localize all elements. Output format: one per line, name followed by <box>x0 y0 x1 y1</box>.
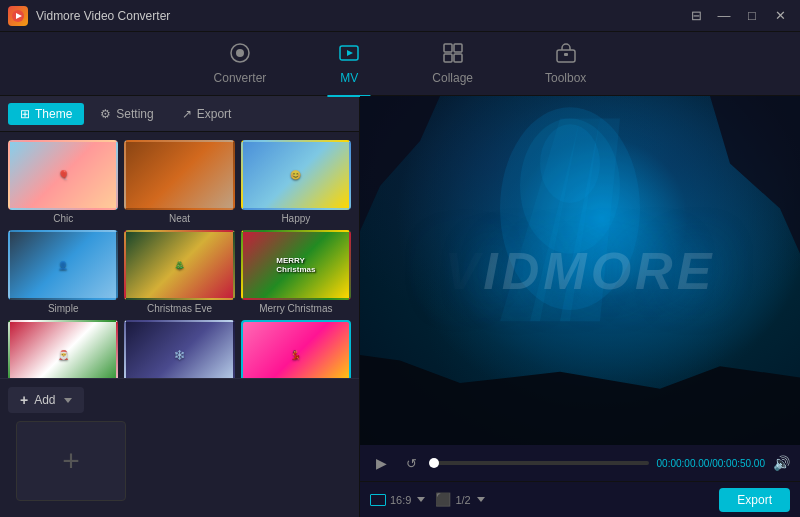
left-panel: ⊞ Theme ⚙ Setting ↗ Export 🎈 Chic <box>0 96 360 517</box>
themes-grid: 🎈 Chic Neat 😊 Happy 👤 Simp <box>0 132 359 378</box>
theme-simple[interactable]: 👤 Simple <box>8 230 118 314</box>
theme-happy[interactable]: 😊 Happy <box>241 140 351 224</box>
rewind-button[interactable]: ↺ <box>400 452 422 474</box>
time-display: 00:00:00.00/00:00:50.00 <box>657 458 765 469</box>
svg-rect-6 <box>454 44 462 52</box>
svg-rect-5 <box>444 44 452 52</box>
title-bar-left: Vidmore Video Converter <box>8 6 170 26</box>
svg-rect-7 <box>444 54 452 62</box>
page-selector[interactable]: ⬛ 1/2 <box>435 492 484 507</box>
play-button[interactable]: ▶ <box>370 452 392 474</box>
tab-collage[interactable]: Collage <box>416 36 489 91</box>
bottom-bar: 16:9 ⬛ 1/2 Export <box>360 481 800 517</box>
window-minimize-button[interactable]: — <box>712 6 736 26</box>
media-placeholder[interactable]: + <box>16 421 126 501</box>
ratio-chevron[interactable] <box>417 497 425 502</box>
add-dropdown-icon[interactable] <box>64 398 72 403</box>
tab-mv[interactable]: MV <box>322 36 376 91</box>
play-icon: ▶ <box>376 455 387 471</box>
sub-tab-theme[interactable]: ⊞ Theme <box>8 103 84 125</box>
page-icon: ⬛ <box>435 492 451 507</box>
mv-label: MV <box>340 71 358 85</box>
volume-icon[interactable]: 🔊 <box>773 455 790 471</box>
theme-christmas-eve[interactable]: 🎄 Christmas Eve <box>124 230 234 314</box>
collage-icon <box>442 42 464 67</box>
ratio-label: 16:9 <box>390 494 411 506</box>
theme-neat[interactable]: Neat <box>124 140 234 224</box>
theme-santa-claus[interactable]: 🎅 Santa Claus <box>8 320 118 378</box>
add-icon: + <box>20 392 28 408</box>
tab-toolbox[interactable]: Toolbox <box>529 36 602 91</box>
sub-tab-export[interactable]: ↗ Export <box>170 103 244 125</box>
right-panel: VIDMORE ▶ ↺ 00:00:00.00/00:00:50.00 🔊 16… <box>360 96 800 517</box>
svg-rect-10 <box>564 53 568 56</box>
theme-icon: ⊞ <box>20 107 30 121</box>
ratio-icon <box>370 494 386 506</box>
add-button[interactable]: + Add <box>8 387 84 413</box>
collage-label: Collage <box>432 71 473 85</box>
window-close-button[interactable]: ✕ <box>768 6 792 26</box>
playback-controls: ▶ ↺ 00:00:00.00/00:00:50.00 🔊 <box>360 445 800 481</box>
app-title: Vidmore Video Converter <box>36 9 170 23</box>
add-area: + Add + <box>0 378 359 517</box>
main-content: ⊞ Theme ⚙ Setting ↗ Export 🎈 Chic <box>0 96 800 517</box>
page-label: 1/2 <box>455 494 470 506</box>
progress-handle[interactable] <box>429 458 439 468</box>
sub-tab-setting[interactable]: ⚙ Setting <box>88 103 165 125</box>
app-icon <box>8 6 28 26</box>
theme-chic[interactable]: 🎈 Chic <box>8 140 118 224</box>
window-menu-button[interactable]: ⊟ <box>684 6 708 26</box>
tab-converter[interactable]: Converter <box>198 36 283 91</box>
window-maximize-button[interactable]: □ <box>740 6 764 26</box>
svg-rect-8 <box>454 54 462 62</box>
toolbox-icon <box>555 42 577 67</box>
sub-tabs: ⊞ Theme ⚙ Setting ↗ Export <box>0 96 359 132</box>
title-bar-controls: ⊟ — □ ✕ <box>684 6 792 26</box>
theme-stripes-waves[interactable]: 💃 Stripes & Waves <box>241 320 351 378</box>
title-bar: Vidmore Video Converter ⊟ — □ ✕ <box>0 0 800 32</box>
theme-snowy-night[interactable]: ❄️ Snowy Night <box>124 320 234 378</box>
rewind-icon: ↺ <box>406 456 417 471</box>
svg-point-3 <box>236 49 244 57</box>
progress-bar[interactable] <box>430 461 649 465</box>
toolbox-label: Toolbox <box>545 71 586 85</box>
export-icon: ↗ <box>182 107 192 121</box>
setting-icon: ⚙ <box>100 107 111 121</box>
converter-label: Converter <box>214 71 267 85</box>
ratio-selector[interactable]: 16:9 <box>370 494 425 506</box>
page-chevron[interactable] <box>477 497 485 502</box>
plus-icon: + <box>62 444 80 478</box>
svg-point-13 <box>540 124 600 203</box>
export-button[interactable]: Export <box>719 488 790 512</box>
converter-icon <box>229 42 251 67</box>
nav-bar: Converter MV Collage <box>0 32 800 96</box>
preview-logo: VIDMORE <box>445 241 716 301</box>
mv-icon <box>338 42 360 67</box>
preview-area: VIDMORE <box>360 96 800 445</box>
theme-merry-christmas[interactable]: MERRYChristmas Merry Christmas <box>241 230 351 314</box>
